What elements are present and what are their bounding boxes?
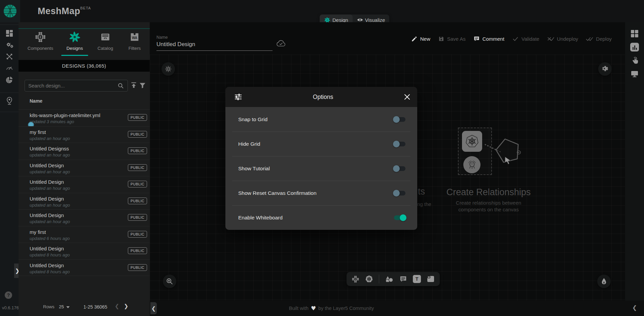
- dock-comment-button[interactable]: [399, 275, 407, 283]
- location-pin-icon[interactable]: [6, 97, 13, 105]
- rows-per-page-label: Rows: [43, 304, 55, 309]
- meshmap-logo[interactable]: [0, 0, 20, 22]
- dock-components-button[interactable]: [352, 275, 359, 283]
- canvas-dock: T: [347, 272, 440, 286]
- undeploy-button[interactable]: Undeploy: [547, 36, 578, 42]
- check-icon: [512, 36, 519, 42]
- dashboard-icon[interactable]: [6, 30, 13, 37]
- pencil-icon: [411, 36, 418, 42]
- visibility-badge[interactable]: PUBLIC: [128, 198, 147, 204]
- app-version: v0.6.176: [2, 305, 19, 310]
- text-tool-icon: T: [413, 275, 421, 283]
- rail-divider: [0, 25, 19, 25]
- design-row[interactable]: Untitled Designss updated an hour ago PU…: [19, 143, 150, 160]
- widgets-grid-icon[interactable]: [631, 30, 639, 38]
- visibility-badge[interactable]: PUBLIC: [128, 231, 147, 238]
- analytics-panel-icon[interactable]: [630, 43, 639, 51]
- display-screen-icon[interactable]: [631, 70, 639, 78]
- performance-gauge-icon[interactable]: [6, 65, 13, 71]
- svg-text:WA: WA: [132, 36, 137, 40]
- touch-interact-icon[interactable]: [631, 57, 639, 65]
- help-button[interactable]: ?: [5, 291, 12, 299]
- pagination-range: 1-25 36065: [83, 304, 107, 310]
- visibility-badge[interactable]: PUBLIC: [128, 264, 147, 271]
- floppy-save-icon: [438, 36, 444, 42]
- search-input[interactable]: [28, 83, 117, 89]
- gear-flower-icon: [165, 65, 172, 73]
- footer-credit: Built with ♥ by the Layer5 Community: [289, 305, 374, 312]
- design-actions-toolbar: New Save As Comment Validate: [411, 36, 612, 42]
- right-tool-strip: [625, 22, 644, 301]
- components-chip-icon: [35, 31, 46, 43]
- ink-nib-icon: [601, 278, 607, 285]
- panel-tab-components[interactable]: Components: [25, 30, 56, 51]
- hint-mascot-node: [463, 156, 480, 173]
- design-row[interactable]: Untitled Design updated an hour ago PUBL…: [19, 193, 150, 210]
- dock-text-button[interactable]: T: [413, 275, 421, 283]
- design-search[interactable]: [25, 80, 128, 92]
- draw-tool-button[interactable]: [597, 275, 611, 288]
- collapse-right-button[interactable]: ❮: [632, 304, 637, 311]
- catalog-drawer-icon: [100, 32, 110, 42]
- designs-count-header: DESIGNS (36,065): [19, 60, 150, 72]
- lifecycle-gears-icon[interactable]: [6, 41, 14, 49]
- dock-kubernetes-button[interactable]: [365, 275, 373, 283]
- visibility-badge[interactable]: PUBLIC: [128, 147, 147, 154]
- hint-cursor-icon: [505, 156, 512, 165]
- upload-design-icon[interactable]: [130, 81, 137, 90]
- canvas-config-button[interactable]: [162, 62, 175, 76]
- design-row[interactable]: my first updated an hour ago PUBLIC: [19, 126, 150, 143]
- new-button[interactable]: New: [411, 36, 430, 42]
- eye-icon: [357, 17, 363, 22]
- panel-tab-filters[interactable]: WA Filters: [119, 30, 150, 51]
- designs-pinwheel-icon: [69, 31, 81, 43]
- design-row[interactable]: my first updated 6 hours ago PUBLIC: [19, 226, 150, 243]
- visibility-badge[interactable]: PUBLIC: [128, 164, 147, 171]
- deploy-button[interactable]: Deploy: [586, 36, 612, 42]
- visibility-badge[interactable]: PUBLIC: [128, 214, 147, 221]
- prev-page-button[interactable]: ❮: [115, 303, 119, 309]
- toolkit-icon[interactable]: [6, 53, 13, 60]
- next-page-button[interactable]: ❯: [124, 303, 128, 309]
- rows-per-page-select[interactable]: 25: [59, 304, 70, 309]
- design-row[interactable]: Untitled Design updated an hour ago PUBL…: [19, 160, 150, 176]
- design-row[interactable]: k8s-wasm-plugin-ratelimiter.yml updated …: [19, 109, 150, 126]
- design-row[interactable]: Untitled Design updated an hour ago PUBL…: [19, 209, 150, 226]
- visibility-badge[interactable]: PUBLIC: [128, 114, 147, 121]
- dock-shapes-button[interactable]: [385, 275, 394, 283]
- toggle-hide-grid[interactable]: [394, 141, 406, 147]
- zoom-in-button[interactable]: [163, 275, 176, 288]
- design-row[interactable]: Untitled Design updated 8 hours ago PUBL…: [19, 259, 150, 276]
- visibility-badge[interactable]: PUBLIC: [128, 181, 147, 187]
- design-row[interactable]: Untitled Design updated 8 hours ago PUBL…: [19, 243, 150, 259]
- design-canvas[interactable]: Name New Save As Comment: [150, 22, 625, 301]
- pagination-bar: Rows 25 1-25 36065 ❮ ❯: [19, 301, 150, 313]
- close-icon[interactable]: [404, 94, 410, 100]
- comment-button[interactable]: Comment: [473, 36, 504, 42]
- canvas-settings-button[interactable]: [598, 62, 612, 76]
- design-row[interactable]: Untitled Design updated an hour ago PUBL…: [19, 176, 150, 193]
- collapse-panel-button[interactable]: ❮: [150, 302, 157, 314]
- save-as-button[interactable]: Save As: [438, 36, 466, 42]
- panel-tab-catalog[interactable]: Catalog: [90, 30, 121, 51]
- toggle-show-reset-confirmation[interactable]: [394, 190, 406, 197]
- filter-funnel-icon[interactable]: [139, 82, 146, 89]
- chevron-left-icon: ❮: [151, 305, 156, 312]
- gear-icon: [601, 65, 609, 73]
- meshmap-logo-icon: [2, 3, 18, 19]
- validate-button[interactable]: Validate: [512, 36, 539, 42]
- clipped-hint-text-fragment: ng the: [417, 201, 431, 207]
- toggle-snap-to-grid[interactable]: [394, 116, 406, 123]
- dock-media-button[interactable]: [427, 275, 435, 283]
- undeploy-cross-check-icon: [547, 36, 554, 42]
- service-mesh-icon[interactable]: [6, 76, 13, 83]
- toggle-enable-whiteboard[interactable]: [394, 214, 406, 221]
- options-list: Snap to Grid Hide Grid Show Tutorial Sho…: [225, 107, 417, 230]
- visibility-badge[interactable]: PUBLIC: [128, 247, 147, 254]
- panel-tab-designs[interactable]: Designs: [59, 30, 90, 51]
- design-name-input[interactable]: [156, 40, 273, 51]
- toggle-show-tutorial[interactable]: [394, 165, 406, 172]
- visibility-badge[interactable]: PUBLIC: [128, 131, 147, 138]
- option-row-hide-grid: Hide Grid: [225, 132, 417, 156]
- comment-icon: [473, 36, 480, 42]
